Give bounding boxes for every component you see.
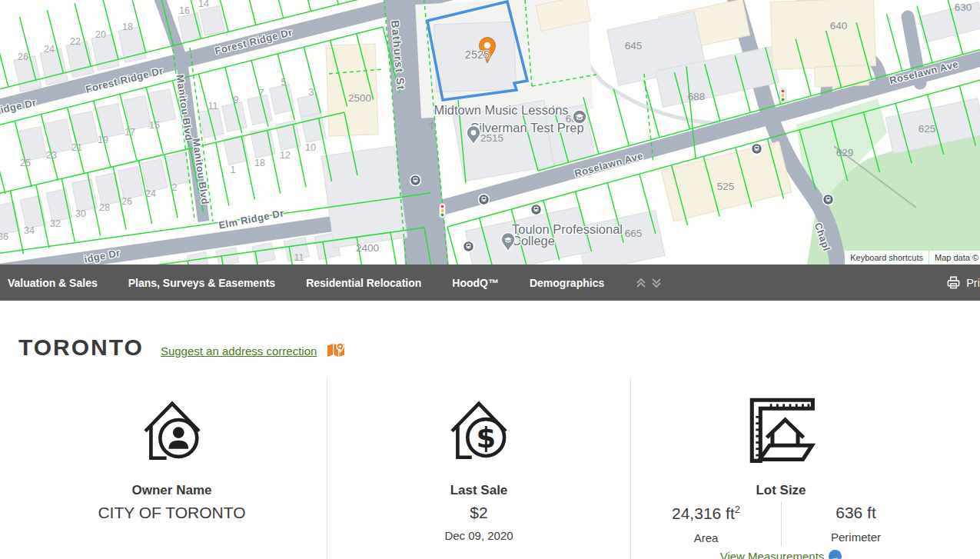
lot-divider xyxy=(781,502,782,546)
lot-size-ruler-icon xyxy=(631,394,931,464)
lot-area-label: Area xyxy=(631,531,781,544)
section-nav: Valuation & Sales Plans, Surveys & Easem… xyxy=(0,265,980,301)
lot-area: 24,316 ft2 Area xyxy=(631,501,781,544)
owner-house-icon xyxy=(17,394,327,464)
last-sale-card-title: Last Sale xyxy=(327,483,630,498)
view-measurements-arrow-icon[interactable]: → xyxy=(829,550,842,559)
lot-size-card: Lot Size 24,316 ft2 Area 636 ft Perimete… xyxy=(630,378,980,559)
owner-card: Owner Name CITY OF TORONTO xyxy=(0,378,327,559)
last-sale-price: $2 xyxy=(327,504,630,522)
map-data-label: Map data © xyxy=(929,251,980,265)
valuation-section: TORONTO Suggest an address correction xyxy=(0,301,980,559)
last-sale-house-icon: $ xyxy=(327,394,630,464)
map-attribution: Keyboard shortcuts Map data © xyxy=(844,251,980,265)
last-sale-date: Dec 09, 2020 xyxy=(327,529,630,542)
lot-perimeter: 636 ft Perimeter xyxy=(781,501,931,544)
svg-text:$: $ xyxy=(476,421,496,454)
suggest-address-correction-link[interactable]: Suggest an address correction xyxy=(161,344,317,358)
scroll-down-icon[interactable] xyxy=(650,277,663,289)
lot-size-card-title: Lot Size xyxy=(631,483,931,498)
lot-size-values: 24,316 ft2 Area 636 ft Perimeter xyxy=(631,501,931,544)
owner-card-title: Owner Name xyxy=(17,483,327,498)
owner-name-value: CITY OF TORONTO xyxy=(17,504,327,522)
keyboard-shortcuts-button[interactable]: Keyboard shortcuts xyxy=(845,251,929,265)
lot-perimeter-label: Perimeter xyxy=(781,531,931,544)
tab-demographics[interactable]: Demographics xyxy=(530,277,604,289)
print-button[interactable]: Print xyxy=(946,275,980,290)
scroll-up-icon[interactable] xyxy=(635,277,647,289)
address-correction-map-icon[interactable] xyxy=(327,341,345,361)
tab-valuation-sales[interactable]: Valuation & Sales xyxy=(8,277,98,289)
last-sale-card: $ Last Sale $2 Dec 09, 2020 xyxy=(327,378,630,559)
property-report-page: Forest Ridge DrForest Ridge Dridge DrMan… xyxy=(0,0,980,559)
tab-plans-surveys-easements[interactable]: Plans, Surveys & Easements xyxy=(128,277,275,289)
section-scroll-controls xyxy=(635,277,663,289)
content-header: TORONTO Suggest an address correction xyxy=(0,301,980,361)
lot-perimeter-value: 636 ft xyxy=(781,504,931,522)
tab-residential-relocation[interactable]: Residential Relocation xyxy=(306,277,421,289)
view-measurements-link[interactable]: View Measurements xyxy=(720,550,825,559)
print-label: Print xyxy=(966,277,980,289)
summary-cards: Owner Name CITY OF TORONTO $ Last Sale $… xyxy=(0,378,980,559)
lot-area-value: 24,316 ft2 xyxy=(631,504,781,523)
map[interactable]: Forest Ridge DrForest Ridge Dridge DrMan… xyxy=(0,0,980,265)
tab-hoodq[interactable]: HoodQ™ xyxy=(452,277,499,289)
page-title: TORONTO xyxy=(18,334,144,361)
printer-icon xyxy=(946,275,961,290)
